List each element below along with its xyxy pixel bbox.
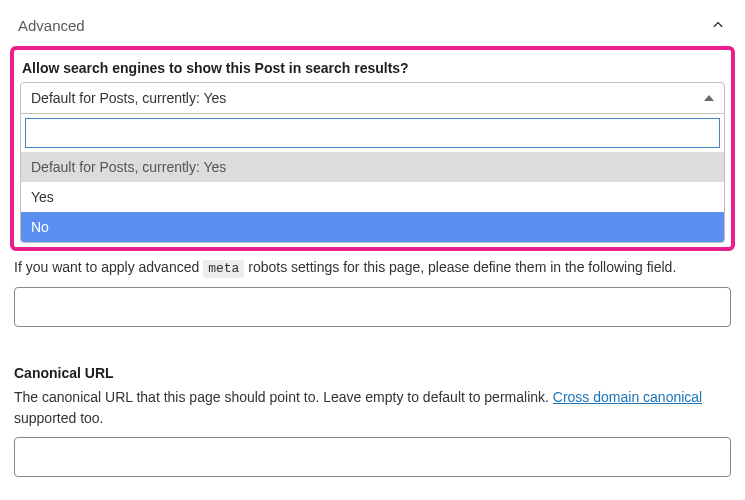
option-yes[interactable]: Yes [21,182,724,212]
option-default[interactable]: Default for Posts, currently: Yes [21,152,724,182]
canonical-heading: Canonical URL [14,365,731,381]
search-results-select[interactable]: Default for Posts, currently: Yes [20,82,725,114]
panel-title: Advanced [18,17,85,34]
search-results-label: Allow search engines to show this Post i… [22,60,723,76]
search-results-highlight: Allow search engines to show this Post i… [10,46,735,251]
meta-desc-before: If you want to apply advanced [14,259,203,275]
caret-up-icon [704,95,714,101]
meta-robots-description: If you want to apply advanced meta robot… [14,257,731,279]
select-search-wrap [20,114,725,152]
meta-code: meta [203,260,244,278]
option-no[interactable]: No [21,212,724,242]
canonical-description: The canonical URL that this page should … [14,387,731,429]
select-current-value: Default for Posts, currently: Yes [31,90,226,106]
canonical-desc-after: supported too. [14,410,104,426]
select-options-list: Default for Posts, currently: Yes Yes No [20,152,725,243]
select-search-input[interactable] [25,118,720,148]
chevron-up-icon[interactable] [709,16,727,34]
canonical-url-input[interactable] [14,437,731,477]
meta-robots-input[interactable] [14,287,731,327]
meta-desc-after: robots settings for this page, please de… [248,259,676,275]
cross-domain-canonical-link[interactable]: Cross domain canonical [553,389,702,405]
canonical-desc-before: The canonical URL that this page should … [14,389,553,405]
panel-header[interactable]: Advanced [10,10,735,44]
